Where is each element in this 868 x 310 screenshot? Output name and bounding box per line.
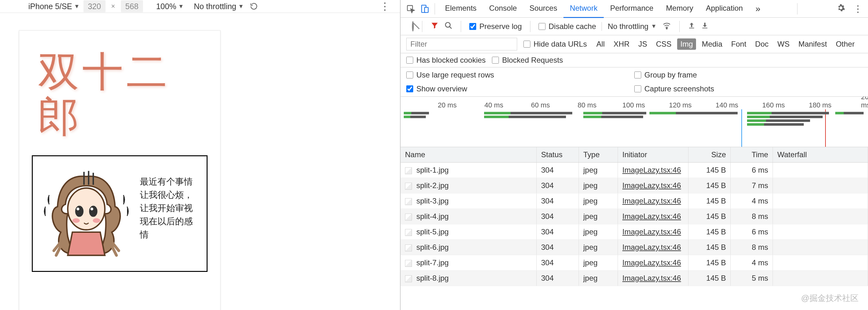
initiator-link[interactable]: ImageLazy.tsx:46 (622, 243, 681, 251)
col-name[interactable]: Name (401, 147, 537, 162)
upload-har-icon[interactable] (688, 22, 695, 31)
show-overview-checkbox[interactable]: Show overview (406, 85, 634, 93)
type-value: jpeg (579, 255, 618, 270)
height-input[interactable] (121, 0, 143, 12)
disable-cache-checkbox[interactable]: Disable cache (538, 22, 596, 31)
throttle-label: No throttling (608, 22, 648, 31)
has-blocked-cookies-checkbox[interactable]: Has blocked cookies (406, 56, 486, 65)
blocked-requests-checkbox[interactable]: Blocked Requests (492, 56, 563, 65)
file-icon (405, 245, 412, 251)
status-value: 304 (537, 178, 579, 193)
tab-console[interactable]: Console (483, 0, 523, 18)
file-icon (405, 214, 412, 220)
inspect-icon[interactable] (404, 2, 417, 15)
filter-type-font[interactable]: Font (728, 38, 750, 50)
col-initiator[interactable]: Initiator (618, 147, 688, 162)
group-by-frame-checkbox[interactable]: Group by frame (634, 70, 862, 80)
filter-type-doc[interactable]: Doc (752, 38, 772, 50)
filter-type-manifest[interactable]: Manifest (795, 38, 830, 50)
file-name: split-7.jpg (416, 258, 449, 267)
zoom-select[interactable]: 100% ▼ (156, 2, 184, 11)
hide-urls-label: Hide data URLs (533, 40, 587, 49)
wifi-icon[interactable] (662, 21, 671, 32)
initiator-link[interactable]: ImageLazy.tsx:46 (622, 212, 681, 220)
size-value: 145 B (688, 193, 731, 209)
width-input[interactable] (84, 0, 105, 12)
table-row[interactable]: split-6.jpg304jpegImageLazy.tsx:46145 B8… (401, 240, 868, 255)
status-value: 304 (537, 193, 579, 209)
download-har-icon[interactable] (701, 22, 709, 31)
device-toggle-icon[interactable] (418, 2, 431, 15)
time-value: 6 ms (731, 162, 773, 178)
table-row[interactable]: split-3.jpg304jpegImageLazy.tsx:46145 B4… (401, 193, 868, 209)
file-icon (405, 198, 412, 205)
col-time[interactable]: Time (731, 147, 773, 162)
filter-type-all[interactable]: All (593, 38, 608, 50)
col-status[interactable]: Status (537, 147, 579, 162)
throttle-dropdown[interactable]: No throttling▼ (601, 22, 656, 31)
waterfall-overview[interactable]: 20 ms40 ms60 ms80 ms100 ms120 ms140 ms16… (401, 97, 868, 147)
filter-type-img[interactable]: Img (677, 38, 696, 50)
tab-elements[interactable]: Elements (439, 0, 483, 18)
size-value: 145 B (688, 255, 731, 270)
filter-type-media[interactable]: Media (699, 38, 725, 50)
filter-toggle[interactable] (431, 22, 439, 31)
device-select[interactable]: iPhone 5/SE ▼ (28, 2, 80, 11)
tab-application[interactable]: Application (700, 0, 749, 18)
table-row[interactable]: split-5.jpg304jpegImageLazy.tsx:46145 B6… (401, 224, 868, 240)
tab-memory[interactable]: Memory (660, 0, 700, 18)
type-value: jpeg (579, 162, 618, 178)
initiator-link[interactable]: ImageLazy.tsx:46 (622, 196, 681, 205)
rotate-icon[interactable] (248, 0, 260, 12)
time-value: 7 ms (731, 178, 773, 193)
filter-type-other[interactable]: Other (833, 38, 858, 50)
separator (461, 21, 461, 32)
initiator-link[interactable]: ImageLazy.tsx:46 (622, 227, 681, 236)
waterfall-cell (773, 209, 868, 224)
filter-type-ws[interactable]: WS (774, 38, 793, 50)
search-icon[interactable] (444, 22, 453, 31)
filter-type-xhr[interactable]: XHR (610, 38, 633, 50)
throttle-select[interactable]: No throttling ▼ (194, 2, 244, 11)
time-value: 6 ms (731, 224, 773, 240)
timeline-tick: 160 ms (762, 101, 785, 109)
show-overview-label: Show overview (416, 85, 467, 93)
tab-network[interactable]: Network (563, 0, 604, 18)
filter-type-js[interactable]: JS (635, 38, 650, 50)
type-value: jpeg (579, 271, 618, 286)
comic-text: 最近有个事情让我很心烦，让我开始审视现在以后的感情 (140, 162, 200, 265)
initiator-link[interactable]: ImageLazy.tsx:46 (622, 166, 681, 174)
preserve-log-checkbox[interactable]: Preserve log (469, 22, 522, 31)
col-size[interactable]: Size (688, 147, 731, 162)
group-frame-label: Group by frame (644, 70, 697, 80)
initiator-link[interactable]: ImageLazy.tsx:46 (622, 274, 681, 282)
tab-performance[interactable]: Performance (604, 0, 659, 18)
filter-type-css[interactable]: CSS (653, 38, 675, 50)
initiator-link[interactable]: ImageLazy.tsx:46 (622, 181, 681, 190)
timeline-bar (404, 112, 411, 114)
table-row[interactable]: split-1.jpg304jpegImageLazy.tsx:46145 B6… (401, 162, 868, 178)
table-row[interactable]: split-2.jpg304jpegImageLazy.tsx:46145 B7… (401, 178, 868, 193)
timeline-tick: 80 ms (578, 101, 596, 109)
table-row[interactable]: split-4.jpg304jpegImageLazy.tsx:46145 B8… (401, 209, 868, 224)
clear-button[interactable] (412, 22, 414, 31)
hide-data-urls-checkbox[interactable]: Hide data URLs (523, 40, 587, 49)
kebab-menu-icon[interactable]: ⋮ (851, 2, 864, 15)
timeline-tick: 20 ms (438, 101, 457, 109)
svg-rect-16 (689, 28, 694, 28)
type-value: jpeg (579, 193, 618, 209)
col-type[interactable]: Type (579, 147, 618, 162)
table-row[interactable]: split-7.jpg304jpegImageLazy.tsx:46145 B4… (401, 255, 868, 271)
kebab-menu-icon[interactable]: ⋮ (380, 0, 391, 12)
throttle-value: No throttling (194, 2, 236, 11)
more-tabs-icon[interactable]: » (750, 4, 766, 14)
table-row[interactable]: split-8.jpg304jpegImageLazy.tsx:46145 B5… (401, 271, 868, 286)
svg-point-2 (76, 208, 80, 211)
filter-input[interactable] (406, 38, 517, 51)
col-waterfall[interactable]: Waterfall (773, 147, 868, 162)
large-rows-checkbox[interactable]: Use large request rows (406, 70, 634, 80)
gear-icon[interactable] (832, 3, 850, 14)
initiator-link[interactable]: ImageLazy.tsx:46 (622, 258, 681, 267)
capture-screenshots-checkbox[interactable]: Capture screenshots (634, 85, 862, 93)
tab-sources[interactable]: Sources (523, 0, 563, 18)
